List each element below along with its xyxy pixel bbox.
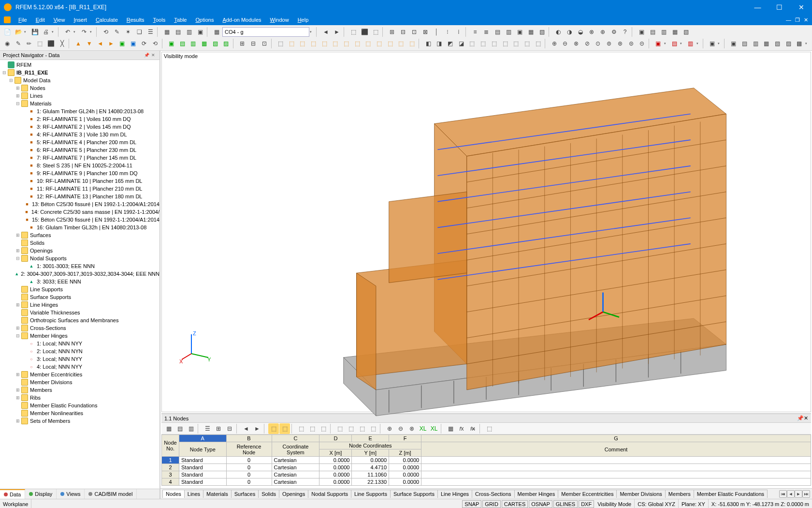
menu-file[interactable]: File (14, 16, 31, 24)
toolbar-icon[interactable]: ⬚ (319, 38, 330, 49)
toolbar-icon[interactable]: ▥ (658, 27, 669, 37)
toolbar-icon[interactable]: ⟳ (139, 38, 149, 49)
table-row[interactable]: 4Standard0Cartesian0.000022.13300.0000 (162, 478, 811, 486)
tree-node[interactable]: ⊟Model Data (1, 76, 160, 84)
toolbar-icon[interactable]: ▦ (669, 27, 680, 37)
tree-node[interactable]: Surface Supports (1, 293, 160, 301)
table-row[interactable]: 2Standard0Cartesian0.00004.47100.0000 (162, 464, 811, 471)
loadcase-combo[interactable] (222, 27, 309, 37)
toolbar-icon[interactable]: ▤ (740, 38, 750, 49)
toolbar-icon[interactable]: ⬚ (297, 38, 308, 49)
toolbar-icon[interactable]: ⊕ (549, 38, 560, 49)
toolbar-icon[interactable]: ▥ (685, 38, 696, 49)
redo-icon[interactable]: ↷ (79, 27, 89, 37)
tree-node[interactable]: Member Divisions (1, 378, 160, 386)
toolbar-icon[interactable]: ◉ (2, 38, 13, 49)
toolbar-icon[interactable]: ⊖ (560, 38, 571, 49)
col-letter-c[interactable]: C (272, 435, 319, 442)
toolbar-icon[interactable]: ⬚ (370, 27, 381, 37)
toolbar-icon[interactable]: ⬚ (511, 38, 522, 49)
tree-node[interactable]: Member Elastic Foundations (1, 402, 160, 409)
bottom-tab[interactable]: Member Eccentricities (558, 490, 617, 498)
tree-node[interactable]: 3: RF-LAMINATE 2 | Voiles 145 mm DQ (1, 123, 160, 131)
toolbar-icon[interactable]: ▣ (514, 27, 525, 37)
toolbar-icon[interactable]: ⬚ (35, 38, 45, 49)
toolbar-icon[interactable]: ≣ (481, 27, 492, 37)
status-grid[interactable]: GRID (482, 500, 501, 508)
toolbar-icon[interactable]: ⊚ (604, 38, 614, 49)
toolbar-icon[interactable]: ▦ (161, 27, 172, 37)
toolbar-icon[interactable]: ⊛ (615, 38, 625, 49)
nav-tab-views[interactable]: Views (57, 489, 85, 499)
toolbar-icon[interactable]: ⬚ (533, 38, 543, 49)
bottom-tab[interactable]: Member Hinges (514, 490, 559, 498)
bottom-tab[interactable]: Openings (279, 490, 308, 498)
bottom-tab[interactable]: Surface Supports (390, 490, 438, 498)
toolbar-icon[interactable]: ▲ (73, 38, 84, 49)
toolbar-icon[interactable]: ⊡ (409, 27, 420, 37)
new-icon[interactable]: 📄 (2, 27, 13, 37)
tree-node[interactable]: 4: Local; NNN NYY (1, 363, 160, 371)
toolbar-icon[interactable]: ⬚ (489, 38, 499, 49)
toolbar-icon[interactable]: ▤ (492, 27, 503, 37)
tree-node[interactable]: ⊟Member Hinges (1, 332, 160, 340)
tree-node[interactable]: 2: 3004-3007,3009-3017,3019-3032,3034-30… (1, 270, 160, 278)
toolbar-icon[interactable]: ▦ (525, 27, 536, 37)
mdi-close-button[interactable]: ✕ (804, 17, 808, 23)
next-icon[interactable]: ► (332, 27, 342, 37)
status-osnap[interactable]: OSNAP (529, 500, 552, 508)
col-letter-g[interactable]: G (421, 435, 811, 442)
toolbar-icon[interactable]: ⊟ (248, 38, 259, 49)
help-icon[interactable]: ? (620, 27, 630, 37)
toolbar-icon[interactable]: ▧ (772, 38, 783, 49)
toolbar-icon[interactable]: ⊗ (571, 38, 581, 49)
bottom-tab[interactable]: Member Elastic Foundations (694, 490, 768, 498)
toolbar-icon[interactable]: ⬚ (407, 38, 418, 49)
tabs-last-icon[interactable]: ⏭ (802, 490, 810, 498)
toolbar-icon[interactable]: ▣ (166, 38, 176, 49)
toolbar-icon[interactable]: ⬛ (46, 38, 57, 49)
nav-tab-data[interactable]: Data (0, 489, 25, 499)
toolbar-icon[interactable]: ▥ (188, 38, 199, 49)
toolbar-icon[interactable]: ▤ (647, 27, 658, 37)
toolbar-icon[interactable]: ⊝ (637, 38, 647, 49)
menu-view[interactable]: View (50, 16, 69, 24)
toolbar-icon[interactable]: ✏ (24, 38, 34, 49)
toolbar-icon[interactable]: ⊠ (420, 27, 431, 37)
status-snap[interactable]: SNAP (462, 500, 481, 508)
tree-node[interactable]: Line Supports (1, 285, 160, 293)
menu-table[interactable]: Table (170, 16, 190, 24)
toolbar-icon[interactable]: ≡ (470, 27, 480, 37)
tree-node[interactable]: ⊞Nodes (1, 84, 160, 92)
close-button[interactable]: ✕ (790, 0, 812, 15)
toolbar-icon[interactable]: ⬚ (374, 38, 385, 49)
tree-node[interactable]: 2: RF-LAMINATE 1 | Voiles 160 mm DQ (1, 115, 160, 123)
bottom-tab[interactable]: Member Divisions (616, 490, 665, 498)
toolbar-icon[interactable]: ▥ (184, 27, 194, 37)
status-cartes[interactable]: CARTES (502, 500, 528, 508)
toolbar-icon[interactable]: ◑ (564, 27, 575, 37)
tree-node[interactable]: 6: RF-LAMINATE 5 | Plancher 230 mm DL (1, 146, 160, 154)
col-letter-d[interactable]: D (319, 435, 352, 442)
toolbar-icon[interactable]: ⬚ (478, 38, 489, 49)
tree-node[interactable]: 2: Local; NNN NYN (1, 347, 160, 355)
bottom-tab[interactable]: Members (665, 490, 694, 498)
tree-node[interactable]: Solids (1, 239, 160, 247)
tree-node[interactable]: 10: RF-LAMINATE 10 | Plancher 165 mm DL (1, 177, 160, 185)
save-icon[interactable]: 💾 (29, 27, 40, 37)
tabs-first-icon[interactable]: ⏮ (779, 490, 787, 498)
toolbar-icon[interactable]: ▣ (653, 38, 664, 49)
nav-tab-cadbim[interactable]: CAD/BIM model (85, 489, 137, 499)
toolbar-icon[interactable]: ▧ (210, 38, 220, 49)
toolbar-icon[interactable]: ▤ (177, 38, 188, 49)
toolbar-icon[interactable]: ▣ (117, 38, 128, 49)
toolbar-icon[interactable]: ▣ (728, 38, 739, 49)
bottom-tab[interactable]: Line Hinges (437, 490, 472, 498)
nav-tab-display[interactable]: Display (25, 489, 57, 499)
tree-node[interactable]: 1: Local; NNN NYY (1, 340, 160, 347)
toolbar-icon[interactable]: ⬚ (467, 38, 478, 49)
toolbar-icon[interactable]: ◒ (575, 27, 586, 37)
toolbar-icon[interactable]: ◨ (434, 38, 445, 49)
3d-viewport[interactable]: Visibility mode (161, 52, 811, 412)
col-letter-e[interactable]: E (352, 435, 389, 442)
